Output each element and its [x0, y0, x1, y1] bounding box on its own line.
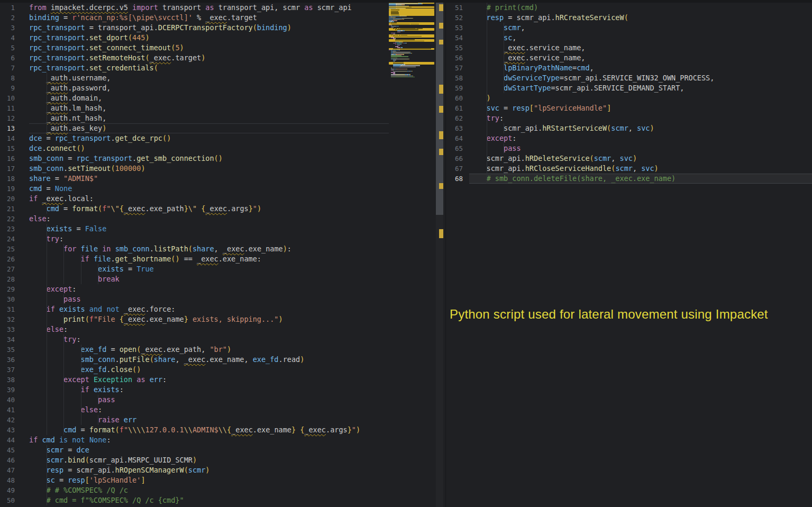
- code-line[interactable]: smb_conn = rpc_transport.get_smb_connect…: [29, 153, 389, 164]
- line-number[interactable]: 7: [0, 63, 15, 73]
- code-line[interactable]: rpc_transport.set_dport(445): [29, 33, 389, 43]
- code-line[interactable]: exe_fd = open(_exec.exe_path, "br"): [29, 345, 389, 355]
- editor-pane-left[interactable]: 1234567891011121314151617181920212223242…: [0, 0, 445, 507]
- code-line[interactable]: dce = rpc_transport.get_dce_rpc(): [29, 133, 389, 143]
- line-number[interactable]: 26: [0, 254, 15, 264]
- line-number[interactable]: 23: [0, 224, 15, 234]
- line-number[interactable]: 29: [0, 284, 15, 294]
- code-area-left[interactable]: from impacket.dcerpc.v5 import transport…: [29, 0, 389, 507]
- code-line[interactable]: try:: [29, 334, 389, 345]
- line-number[interactable]: 4: [0, 33, 15, 43]
- code-line[interactable]: dwServiceType=scmr_api.SERVICE_WIN32_OWN…: [469, 73, 812, 83]
- line-number[interactable]: 60: [446, 93, 463, 103]
- line-number[interactable]: 13: [0, 123, 15, 133]
- code-line[interactable]: smb_conn.setTimeout(100000): [29, 164, 389, 174]
- code-line[interactable]: rpc_transport.setRemoteHost(_exec.target…: [29, 53, 389, 63]
- line-number[interactable]: 27: [0, 264, 15, 274]
- code-line[interactable]: exists = False: [29, 224, 389, 234]
- line-number[interactable]: 20: [0, 194, 15, 204]
- line-number[interactable]: 40: [0, 395, 15, 405]
- code-line[interactable]: lpBinaryPathName=cmd,: [469, 63, 812, 73]
- code-line[interactable]: cmd = format(f"\"{_exec.exe_path}\" {_ex…: [29, 204, 389, 214]
- line-number[interactable]: 9: [0, 83, 15, 93]
- code-line[interactable]: if cmd is not None:: [29, 435, 389, 445]
- code-line[interactable]: if exists:: [29, 385, 389, 395]
- line-number[interactable]: 42: [0, 415, 15, 425]
- code-line[interactable]: svc = resp["lpServiceHandle"]: [469, 103, 812, 113]
- code-line[interactable]: else:: [29, 214, 389, 224]
- code-line[interactable]: _auth.username,: [29, 73, 389, 83]
- code-line[interactable]: # print(cmd): [469, 3, 812, 13]
- line-number[interactable]: 10: [0, 93, 15, 103]
- code-line[interactable]: if exists and not _exec.force:: [29, 304, 389, 314]
- code-line[interactable]: scmr.bind(scmr_api.MSRPC_UUID_SCMR): [29, 455, 389, 465]
- line-number[interactable]: 38: [0, 375, 15, 385]
- code-line[interactable]: binding = r'ncacn_np:%s[\pipe\svcctl]' %…: [29, 13, 389, 23]
- code-line[interactable]: scmr = dce: [29, 445, 389, 455]
- line-number-gutter-right[interactable]: 515253545556575859606162636465666768: [446, 0, 469, 507]
- line-number[interactable]: 68: [446, 174, 463, 184]
- code-line[interactable]: cmd = format(f"\\\\127.0.0.1\\ADMIN$\\{_…: [29, 425, 389, 435]
- code-line[interactable]: except Exception as err:: [29, 375, 389, 385]
- code-line[interactable]: smb_conn.putFile(share, _exec.exe_name, …: [29, 355, 389, 365]
- code-line[interactable]: _auth.domain,: [29, 93, 389, 103]
- line-number[interactable]: 65: [446, 143, 463, 153]
- code-line[interactable]: pass: [29, 395, 389, 405]
- code-line[interactable]: cmd = None: [29, 184, 389, 194]
- code-line[interactable]: dwStartType=scmr_api.SERVICE_DEMAND_STAR…: [469, 83, 812, 93]
- vertical-scrollbar[interactable]: [436, 0, 443, 507]
- line-number[interactable]: 1: [0, 3, 15, 13]
- code-line[interactable]: _auth.lm_hash,: [29, 103, 389, 113]
- code-line[interactable]: try:: [29, 234, 389, 244]
- code-line[interactable]: rpc_transport.set_connect_timeout(5): [29, 43, 389, 53]
- line-number[interactable]: 39: [0, 385, 15, 395]
- code-line[interactable]: raise err: [29, 415, 389, 425]
- code-line[interactable]: from impacket.dcerpc.v5 import transport…: [29, 3, 389, 13]
- code-line[interactable]: try:: [469, 113, 812, 123]
- code-line[interactable]: # smb_conn.deleteFile(share, _exec.exe_n…: [469, 174, 812, 184]
- line-number[interactable]: 3: [0, 23, 15, 33]
- line-number[interactable]: 24: [0, 234, 15, 244]
- code-line[interactable]: resp = scmr_api.hRCreateServiceW(: [469, 13, 812, 23]
- line-number[interactable]: 55: [446, 43, 463, 53]
- line-number[interactable]: 46: [0, 455, 15, 465]
- line-number[interactable]: 51: [446, 3, 463, 13]
- code-line[interactable]: dce.connect(): [29, 143, 389, 153]
- line-number[interactable]: 50: [0, 495, 15, 505]
- code-line[interactable]: _auth.aes_key): [29, 123, 389, 133]
- code-line[interactable]: pass: [29, 294, 389, 304]
- code-line[interactable]: scmr,: [469, 23, 812, 33]
- line-number[interactable]: 43: [0, 425, 15, 435]
- line-number[interactable]: 67: [446, 164, 463, 174]
- line-number[interactable]: 48: [0, 475, 15, 485]
- code-line[interactable]: sc,: [469, 33, 812, 43]
- code-line[interactable]: _auth.nt_hash,: [29, 113, 389, 123]
- code-line[interactable]: scmr_api.hRDeleteService(scmr, svc): [469, 153, 812, 164]
- line-number[interactable]: 25: [0, 244, 15, 254]
- code-line[interactable]: # cmd = f"%COMSPEC% /Q /c {cmd}": [29, 495, 389, 505]
- line-number[interactable]: 61: [446, 103, 463, 113]
- line-number[interactable]: 22: [0, 214, 15, 224]
- line-number[interactable]: 53: [446, 23, 463, 33]
- line-number[interactable]: 45: [0, 445, 15, 455]
- code-line[interactable]: else:: [29, 324, 389, 334]
- line-number[interactable]: 33: [0, 324, 15, 334]
- code-line[interactable]: share = "ADMIN$": [29, 174, 389, 184]
- line-number[interactable]: 49: [0, 485, 15, 495]
- line-number[interactable]: 57: [446, 63, 463, 73]
- code-line[interactable]: break: [29, 274, 389, 284]
- line-number[interactable]: 18: [0, 174, 15, 184]
- code-line[interactable]: _exec.service_name,: [469, 43, 812, 53]
- code-line[interactable]: exists = True: [29, 264, 389, 274]
- line-number-gutter-left[interactable]: 1234567891011121314151617181920212223242…: [0, 0, 29, 507]
- minimap[interactable]: [389, 1, 436, 506]
- code-line[interactable]: exe_fd.close(): [29, 365, 389, 375]
- editor-pane-right[interactable]: 515253545556575859606162636465666768 # p…: [445, 0, 812, 507]
- line-number[interactable]: 62: [446, 113, 463, 123]
- line-number[interactable]: 34: [0, 334, 15, 345]
- code-line[interactable]: scmr_api.hRCloseServiceHandle(scmr, svc): [469, 164, 812, 174]
- line-number[interactable]: 36: [0, 355, 15, 365]
- line-number[interactable]: 56: [446, 53, 463, 63]
- line-number[interactable]: 21: [0, 204, 15, 214]
- line-number[interactable]: 54: [446, 33, 463, 43]
